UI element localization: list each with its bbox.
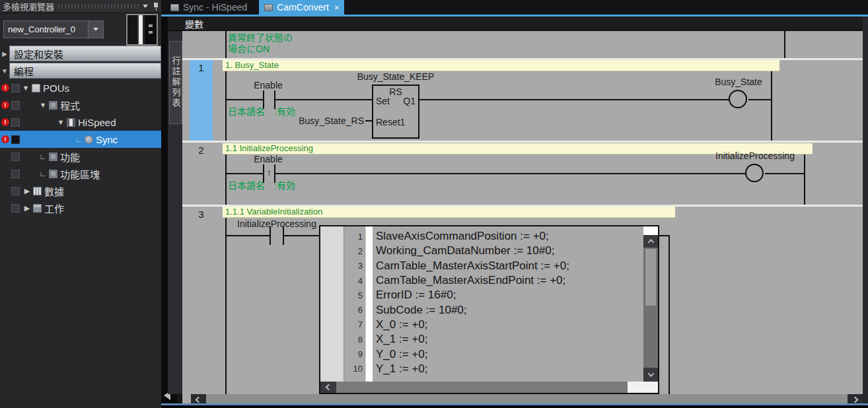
tree-checkbox[interactable] bbox=[11, 204, 20, 213]
expander-icon[interactable]: ▼ bbox=[56, 118, 65, 126]
controller-dropdown[interactable]: new_Controller_0 bbox=[3, 20, 104, 38]
contact-operand[interactable]: Enable bbox=[242, 154, 295, 164]
tree-item-programs[interactable]: ! ▼ 程式 bbox=[0, 96, 161, 114]
error-badge: ! bbox=[1, 135, 9, 143]
section-program-icon bbox=[85, 135, 93, 144]
st-line[interactable]: 2Working_CamDataNumber := 10#0; bbox=[344, 244, 641, 258]
scroll-up-button[interactable] bbox=[643, 235, 658, 248]
close-icon[interactable]: × bbox=[334, 3, 340, 13]
st-code-text[interactable]: ErrorID := 16#0; bbox=[376, 289, 456, 302]
st-code-text[interactable]: CamTable_MasterAxisStartPoint := +0; bbox=[376, 259, 569, 273]
contact-operand[interactable]: InitializeProcessing bbox=[224, 219, 330, 229]
tab-sync-hispeed[interactable]: Sync - HiSpeed bbox=[165, 0, 252, 15]
tree-checkbox[interactable] bbox=[11, 187, 20, 195]
rung-number[interactable]: 3 bbox=[190, 209, 213, 220]
chevron-down-icon: ▼ bbox=[1, 67, 8, 75]
fb-pin-reset1: Reset1 bbox=[376, 117, 405, 127]
tree-item-data[interactable]: ▶ 數據 bbox=[0, 182, 161, 199]
fb-pin-set: Set bbox=[376, 96, 390, 106]
st-code-text[interactable]: Y_1 := +0; bbox=[376, 362, 427, 376]
tree-item-sync[interactable]: ! ∟ Sync bbox=[0, 131, 161, 148]
tree-item-label: 程式 bbox=[60, 98, 80, 112]
st-code-text[interactable]: SlaveAxisCommandPosition := +0; bbox=[376, 230, 549, 243]
contact-leg[interactable] bbox=[270, 226, 271, 245]
line-number: 8 bbox=[344, 335, 363, 345]
st-code-text[interactable]: Y_0 := +0; bbox=[376, 348, 427, 361]
tab-camconvert[interactable]: CamConvert × bbox=[259, 0, 344, 15]
pin-icon[interactable] bbox=[153, 3, 159, 11]
scroll-left-button[interactable] bbox=[320, 382, 336, 393]
reset-operand[interactable]: Busy_State_RS bbox=[281, 116, 364, 126]
tree-item-pous[interactable]: ! ▼ POUs bbox=[0, 79, 161, 96]
st-code-text[interactable]: Working_CamDataNumber := 10#0; bbox=[376, 244, 554, 257]
rung-separator bbox=[182, 141, 863, 143]
tree-item-label: 功能區塊 bbox=[60, 167, 100, 181]
st-code-text[interactable]: X_0 := +0; bbox=[376, 318, 427, 331]
st-line[interactable]: 4CamTable_MasterAxisEndPoint := +0; bbox=[344, 273, 641, 288]
rs-function-block[interactable]: RS Set Q1 Reset1 bbox=[372, 85, 419, 139]
tab-label: CamConvert bbox=[277, 2, 329, 13]
right-connection-rail bbox=[669, 235, 670, 394]
expander-icon: ∟ bbox=[38, 170, 48, 178]
variables-label: 變數 bbox=[185, 17, 203, 30]
vertical-scrollbar-track[interactable] bbox=[643, 248, 658, 368]
expander-icon[interactable]: ▼ bbox=[38, 101, 48, 109]
st-line[interactable]: 8X_1 := +0; bbox=[344, 332, 641, 347]
st-code-text[interactable]: SubCode := 10#0; bbox=[376, 304, 467, 317]
st-code-text[interactable]: CamTable_MasterAxisEndPoint := +0; bbox=[376, 274, 565, 287]
controller-dropdown-button[interactable] bbox=[88, 21, 103, 38]
rung-number[interactable]: 2 bbox=[190, 145, 213, 156]
rung1-number-cell-selected[interactable]: 1 bbox=[190, 60, 213, 141]
chevron-left-icon bbox=[196, 396, 202, 403]
fb-instance-name[interactable]: Busy_State_KEEP bbox=[340, 71, 452, 82]
scroll-down-button[interactable] bbox=[643, 368, 658, 382]
section-programming[interactable]: ▼ 編程 bbox=[0, 63, 161, 79]
editor-vertical-scrollbar[interactable] bbox=[863, 17, 868, 405]
output-coil[interactable] bbox=[745, 164, 764, 182]
rung3-comment-bar[interactable]: 1.1.1 VariableInitialization bbox=[223, 207, 675, 218]
fb-pin-q1: Q1 bbox=[403, 96, 416, 106]
st-code-text[interactable]: X_1 := +0; bbox=[376, 333, 427, 346]
line-number: 9 bbox=[344, 349, 363, 359]
tree-checkbox[interactable] bbox=[11, 84, 20, 92]
tree-item-functions[interactable]: ∟ 功能 bbox=[0, 148, 161, 165]
rung1-comment-bar[interactable]: 1. Busy_State bbox=[223, 60, 779, 71]
ladder-editor-canvas[interactable]: 異常終了状態の 場合にON 1 1. Busy_State Enable 日本語… bbox=[182, 31, 863, 394]
output-coil[interactable] bbox=[729, 90, 747, 108]
st-line[interactable]: 6SubCode := 10#0; bbox=[344, 302, 641, 317]
expander-icon[interactable]: ▶ bbox=[22, 204, 32, 213]
horizontal-scrollbar-track[interactable] bbox=[336, 382, 628, 393]
st-code-lines[interactable]: 1SlaveAxisCommandPosition := +0; 2Workin… bbox=[344, 229, 641, 376]
vertical-scrollbar-thumb[interactable] bbox=[645, 249, 656, 306]
inline-st-editor[interactable]: 1SlaveAxisCommandPosition := +0; 2Workin… bbox=[319, 225, 659, 394]
tree-item-tasks[interactable]: ▶ 工作 bbox=[0, 199, 161, 217]
expander-icon: ∟ bbox=[38, 153, 48, 160]
tree-checkbox[interactable] bbox=[11, 135, 20, 144]
tree-item-function-blocks[interactable]: ∟ 功能區塊 bbox=[0, 165, 161, 182]
expander-icon[interactable]: ▶ bbox=[22, 187, 32, 195]
tree-item-hispeed[interactable]: ! ▼ HiSpeed bbox=[0, 114, 161, 131]
expander-icon[interactable]: ▼ bbox=[21, 84, 30, 92]
chevron-down-icon[interactable] bbox=[143, 5, 148, 8]
panel-splitter[interactable] bbox=[161, 17, 168, 408]
section-configuration-setup[interactable]: ▶ 設定和安裝 bbox=[0, 46, 161, 61]
st-line[interactable]: 7X_0 := +0; bbox=[344, 318, 641, 332]
variables-bar[interactable]: 變數 bbox=[168, 17, 863, 31]
line-comment-list-tab[interactable]: 行註解列表 bbox=[169, 41, 182, 124]
coil-operand[interactable]: InitializeProcessing bbox=[696, 151, 814, 161]
st-line[interactable]: 10Y_1 := +0; bbox=[344, 362, 641, 376]
st-line[interactable]: 3CamTable_MasterAxisStartPoint := +0; bbox=[344, 259, 641, 273]
coil-operand[interactable]: Busy_State bbox=[689, 77, 788, 87]
wire bbox=[365, 120, 372, 121]
chevron-right-icon bbox=[852, 396, 859, 403]
tree-checkbox[interactable] bbox=[11, 153, 20, 161]
wire bbox=[225, 173, 263, 174]
st-line[interactable]: 5ErrorID := 16#0; bbox=[344, 288, 641, 302]
tree-checkbox[interactable] bbox=[11, 118, 20, 127]
st-line[interactable]: 9Y_0 := +0; bbox=[344, 347, 641, 361]
st-line[interactable]: 1SlaveAxisCommandPosition := +0; bbox=[344, 229, 641, 244]
tree-checkbox[interactable] bbox=[11, 170, 20, 178]
contact-operand[interactable]: Enable bbox=[242, 80, 295, 90]
data-icon bbox=[33, 187, 42, 195]
tree-checkbox[interactable] bbox=[11, 101, 20, 110]
